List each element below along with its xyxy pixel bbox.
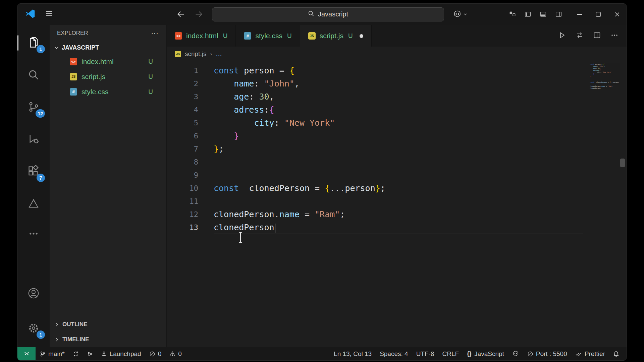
- code-editor[interactable]: 1const person = {2 name: "John",3 age: 3…: [167, 61, 627, 347]
- code-token: ,: [269, 92, 274, 102]
- status-indentation[interactable]: Spaces: 4: [376, 347, 412, 360]
- file-row-script.js[interactable]: JSscript.jsU: [50, 69, 166, 84]
- line-number: 4: [167, 103, 214, 116]
- tab-style.css[interactable]: #style.cssU: [236, 25, 300, 47]
- status-remote-indicator[interactable]: [17, 347, 36, 360]
- breadcrumb-more[interactable]: …: [216, 50, 222, 58]
- code-line-3[interactable]: 3 age: 30,: [167, 90, 627, 103]
- git-status-badge: U: [287, 32, 292, 40]
- status-eol[interactable]: CRLF: [438, 347, 463, 360]
- code-line-8[interactable]: 8: [167, 156, 627, 169]
- explorer-more-actions[interactable]: ⋯: [151, 29, 159, 38]
- code-line-10[interactable]: 10const clonedPerson = {...person};: [167, 182, 627, 195]
- status-notifications[interactable]: [609, 347, 623, 360]
- split-editor-icon[interactable]: [593, 31, 601, 41]
- breadcrumb-file[interactable]: script.js: [185, 50, 206, 58]
- activity-triangle-extension[interactable]: [17, 187, 50, 220]
- menu-icon[interactable]: [45, 9, 53, 19]
- editor-more-actions-icon[interactable]: [610, 31, 619, 41]
- status-errors[interactable]: 0: [145, 347, 166, 360]
- chevron-right-icon: [54, 322, 59, 327]
- activity-settings[interactable]: 1: [17, 312, 50, 344]
- command-center-search[interactable]: Javascript: [212, 7, 444, 21]
- customize-layout-icon[interactable]: [504, 11, 520, 18]
- code-token: :: [249, 92, 259, 102]
- status-warnings[interactable]: 0: [165, 347, 186, 360]
- file-row-style.css[interactable]: #style.cssU: [50, 84, 166, 99]
- code-line-2[interactable]: 2 name: "John",: [167, 77, 627, 90]
- status-encoding[interactable]: UTF-8: [412, 347, 438, 360]
- chevron-right-icon: ›: [210, 51, 212, 57]
- code-token: .: [274, 209, 279, 219]
- tab-script.js[interactable]: JSscript.jsU: [300, 25, 372, 47]
- triangle-icon: [28, 197, 40, 209]
- outline-section[interactable]: OUTLINE: [50, 317, 166, 332]
- activity-accounts[interactable]: [17, 277, 50, 309]
- code-line-13[interactable]: 13clonedPerson: [167, 221, 627, 234]
- status-launchpad[interactable]: Launchpad: [97, 347, 145, 360]
- status-copilot-status[interactable]: [508, 347, 523, 360]
- html-file-icon: <>: [175, 32, 182, 40]
- code-line-6[interactable]: 6 }: [167, 129, 627, 142]
- code-token: [214, 105, 234, 115]
- code-line-7[interactable]: 7};: [167, 142, 627, 156]
- status-live-server-port[interactable]: Port : 5500: [523, 347, 571, 360]
- activity-search[interactable]: [17, 59, 50, 91]
- html-file-icon: <>: [70, 58, 77, 65]
- status-language-mode[interactable]: {}JavaScript: [463, 347, 508, 360]
- run-button[interactable]: [558, 31, 566, 41]
- code-token: city: [254, 118, 274, 128]
- status-commit-graph[interactable]: [83, 347, 97, 360]
- copilot-menu[interactable]: [453, 10, 468, 19]
- minimap[interactable]: const person = { name: "John", age: 30, …: [590, 63, 619, 89]
- forward-arrow-icon[interactable]: [194, 10, 203, 19]
- code-line-9[interactable]: 9: [167, 169, 627, 182]
- code-line-11[interactable]: 11: [167, 195, 627, 208]
- activity-extensions[interactable]: 7: [17, 155, 50, 187]
- scrollbar-thumb[interactable]: [620, 159, 625, 167]
- status-right: Ln 13, Col 13Spaces: 4UTF-8CRLF{}JavaScr…: [330, 347, 627, 360]
- code-line-5[interactable]: 5 city: "New York": [167, 116, 627, 129]
- close-button[interactable]: [608, 4, 627, 25]
- line-number: 10: [167, 182, 214, 195]
- code-token: clonedPerson: [214, 223, 274, 232]
- status-git-sync[interactable]: [69, 347, 83, 360]
- toggle-primary-sidebar-icon[interactable]: [520, 11, 535, 18]
- minimap-line: clonedPerson: [590, 87, 619, 89]
- breadcrumb[interactable]: JS script.js › …: [167, 47, 627, 61]
- status-git-branch[interactable]: main*: [36, 347, 69, 360]
- minimize-button[interactable]: [570, 4, 589, 25]
- back-arrow-icon[interactable]: [176, 10, 185, 19]
- status-cursor-position[interactable]: Ln 13, Col 13: [330, 347, 376, 360]
- workspace-folder[interactable]: JAVASCRIPT: [50, 41, 166, 54]
- code-token: =: [300, 209, 315, 219]
- maximize-button[interactable]: [589, 4, 608, 25]
- swap-arrows-icon[interactable]: [576, 31, 584, 41]
- timeline-section[interactable]: TIMELINE: [50, 332, 166, 347]
- status-prettier[interactable]: Prettier: [571, 347, 609, 360]
- activity-source-control[interactable]: 12: [17, 91, 50, 123]
- tab-index.html[interactable]: <>index.htmlU: [167, 25, 236, 47]
- sync-icon: [73, 351, 79, 357]
- activity-run-debug[interactable]: [17, 123, 50, 155]
- file-row-index.html[interactable]: <>index.htmlU: [50, 54, 166, 69]
- outline-label: OUTLINE: [62, 321, 88, 328]
- activity-more-views[interactable]: [17, 220, 50, 248]
- minimap-line: const clonedPerson = {...person};: [590, 81, 619, 83]
- code-token: }: [234, 131, 239, 141]
- status-text: UTF-8: [416, 350, 434, 358]
- toggle-panel-icon[interactable]: [535, 11, 551, 18]
- code-token: "New York": [284, 118, 335, 128]
- activity-explorer[interactable]: 1: [17, 26, 50, 59]
- code-line-12[interactable]: 12clonedPerson.name = "Ram";: [167, 208, 627, 221]
- code-line-4[interactable]: 4 adress:{: [167, 103, 627, 116]
- copilot-icon: [512, 350, 519, 357]
- code-text: [214, 156, 627, 169]
- code-line-1[interactable]: 1const person = {: [167, 64, 627, 77]
- status-text: Spaces: 4: [380, 350, 408, 358]
- chevron-right-icon: [54, 337, 59, 342]
- line-number: 13: [167, 221, 214, 234]
- file-name: index.html: [82, 58, 114, 66]
- toggle-secondary-sidebar-icon[interactable]: [551, 11, 566, 18]
- code-token: clonedPerson: [249, 183, 310, 193]
